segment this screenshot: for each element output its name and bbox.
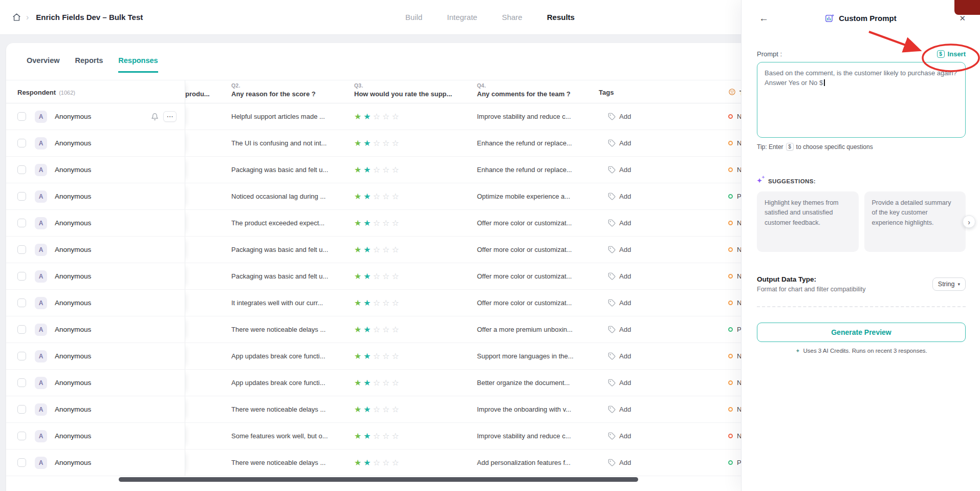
star-filled-icon: ★	[354, 219, 361, 227]
q4-cell: Enhance the refund or replace...	[477, 130, 599, 156]
generate-preview-button[interactable]: Generate Preview	[757, 323, 966, 342]
add-tag-button[interactable]: Add	[608, 246, 631, 253]
table-row[interactable]: A Anonymous ⋯ There were noticeable dela…	[6, 396, 857, 423]
add-tag-button[interactable]: Add	[608, 459, 631, 466]
tag-icon	[608, 326, 616, 333]
row-checkbox[interactable]	[17, 245, 26, 254]
star-empty-icon: ☆	[382, 139, 389, 147]
sentiment-dot	[728, 274, 733, 279]
suggestion-card-2[interactable]: Provide a detailed summary of the key cu…	[864, 191, 966, 252]
table-row[interactable]: A Anonymous ⋯ Some features work well, b…	[6, 423, 857, 450]
add-tag-button[interactable]: Add	[608, 193, 631, 200]
table-header: Respondent (1062) produ... Q2. Any reaso…	[6, 80, 857, 103]
back-arrow-icon[interactable]: ←	[759, 13, 769, 23]
tab-overview[interactable]: Overview	[27, 56, 60, 73]
bell-icon[interactable]	[151, 113, 159, 121]
respondent-cell: A Anonymous ⋯	[6, 423, 185, 449]
nav-share[interactable]: Share	[502, 13, 522, 22]
column-header-tags[interactable]: Tags	[599, 88, 728, 103]
output-type-select[interactable]: String ▾	[932, 277, 966, 291]
close-icon[interactable]: ✕	[959, 14, 966, 22]
row-checkbox[interactable]	[17, 378, 26, 387]
tab-reports[interactable]: Reports	[75, 56, 103, 73]
q4-cell: Enhance the refund or replace...	[477, 157, 599, 183]
ai-credits-icon: ✦	[795, 348, 800, 354]
row-checkbox[interactable]	[17, 298, 26, 307]
add-tag-button[interactable]: Add	[608, 379, 631, 387]
table-row[interactable]: A Anonymous ⋯ The UI is confusing and no…	[6, 130, 857, 157]
add-tag-button[interactable]: Add	[608, 405, 631, 413]
row-checkbox[interactable]	[17, 325, 26, 334]
column-header-q1-partial[interactable]: produ...	[185, 82, 231, 103]
add-tag-label: Add	[619, 432, 631, 440]
add-tag-button[interactable]: Add	[608, 352, 631, 360]
table-row[interactable]: A Anonymous ⋯ Packaging was basic and fe…	[6, 237, 857, 263]
row-checkbox[interactable]	[17, 272, 26, 281]
add-tag-label: Add	[619, 193, 631, 200]
column-header-q2[interactable]: Q2. Any reason for the score ?	[231, 82, 354, 103]
star-rating: ★★☆☆☆	[354, 405, 399, 414]
add-tag-button[interactable]: Add	[608, 326, 631, 333]
star-filled-icon: ★	[363, 193, 371, 201]
q4-cell: Offer more color or customizat...	[477, 210, 599, 236]
add-tag-label: Add	[619, 326, 631, 333]
table-row[interactable]: A Anonymous ⋯ Noticed occasional lag dur…	[6, 183, 857, 210]
star-empty-icon: ☆	[373, 272, 380, 281]
add-tag-button[interactable]: Add	[608, 299, 631, 307]
nav-results[interactable]: Results	[547, 13, 575, 22]
add-tag-button[interactable]: Add	[608, 272, 631, 280]
star-empty-icon: ☆	[391, 405, 399, 414]
add-tag-button[interactable]: Add	[608, 166, 631, 174]
avatar: A	[35, 137, 47, 150]
suggestion-cards: Highlight key themes from satisfied and …	[757, 191, 966, 252]
row-checkbox[interactable]	[17, 219, 26, 227]
row-checkbox[interactable]	[17, 139, 26, 147]
horizontal-scrollbar[interactable]	[119, 477, 638, 482]
table-row[interactable]: A Anonymous ⋯ Packaging was basic and fe…	[6, 157, 857, 183]
star-empty-icon: ☆	[382, 432, 389, 440]
respondent-name: Anonymous	[55, 246, 91, 253]
table-row[interactable]: A Anonymous ⋯ Packaging was basic and fe…	[6, 263, 857, 290]
sparkles-icon: ✦ ✦	[757, 177, 765, 185]
row-checkbox[interactable]	[17, 352, 26, 360]
table-row[interactable]: A Anonymous ⋯ There were noticeable dela…	[6, 450, 857, 476]
q2-answer: Noticed occasional lag during ...	[231, 193, 354, 200]
more-options-button[interactable]: ⋯	[163, 111, 177, 122]
prompt-textarea[interactable]: Based on the comment, is the customer li…	[757, 62, 966, 138]
table-row[interactable]: A Anonymous ⋯ The product exceeded expec…	[6, 210, 857, 237]
add-tag-button[interactable]: Add	[608, 219, 631, 227]
add-tag-button[interactable]: Add	[608, 113, 631, 120]
nav-integrate[interactable]: Integrate	[447, 13, 477, 22]
table-row[interactable]: A Anonymous ⋯ It integrates well with ou…	[6, 290, 857, 316]
column-header-q4[interactable]: Q4. Any comments for the team ?	[477, 82, 599, 103]
row-checkbox[interactable]	[17, 432, 26, 440]
insert-button[interactable]: $ Insert	[937, 50, 966, 58]
tag-icon	[608, 166, 616, 174]
tab-responses[interactable]: Responses	[118, 56, 158, 73]
q4-cell: Support more languages in the...	[477, 343, 599, 369]
avatar: A	[35, 164, 47, 176]
add-tag-label: Add	[619, 166, 631, 174]
add-tag-button[interactable]: Add	[608, 139, 631, 147]
add-tag-button[interactable]: Add	[608, 432, 631, 440]
q3-cell: ★★☆☆☆	[354, 396, 477, 422]
column-header-q3[interactable]: Q3. How would you rate the supp...	[354, 82, 477, 103]
suggestion-card-1[interactable]: Highlight key themes from satisfied and …	[757, 191, 859, 252]
row-checkbox[interactable]	[17, 112, 26, 121]
table-row[interactable]: A Anonymous ⋯ There were noticeable dela…	[6, 316, 857, 343]
q2-cell: Helpful support articles made ...	[231, 103, 354, 130]
nav-build[interactable]: Build	[405, 13, 422, 22]
row-checkbox[interactable]	[17, 458, 26, 467]
star-empty-icon: ☆	[391, 193, 399, 201]
row-checkbox[interactable]	[17, 405, 26, 414]
table-row[interactable]: A Anonymous ⋯ App updates break core fun…	[6, 370, 857, 396]
table-row[interactable]: A Anonymous ⋯ Helpful support articles m…	[6, 103, 857, 130]
row-checkbox[interactable]	[17, 165, 26, 174]
home-icon[interactable]	[12, 13, 21, 22]
table-row[interactable]: A Anonymous ⋯ App updates break core fun…	[6, 343, 857, 370]
q2-cell: Noticed occasional lag during ...	[231, 183, 354, 209]
avatar: A	[35, 377, 47, 389]
next-suggestions-button[interactable]: ›	[963, 216, 975, 228]
row-checkbox[interactable]	[17, 192, 26, 201]
column-header-respondent[interactable]: Respondent (1062)	[6, 80, 185, 103]
